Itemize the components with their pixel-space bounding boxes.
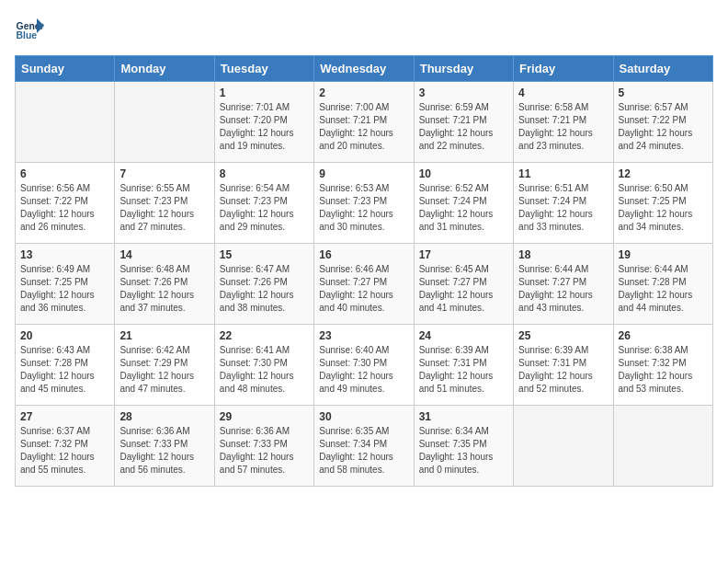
day-detail: Sunrise: 6:59 AM Sunset: 7:21 PM Dayligh… <box>419 101 508 153</box>
day-detail: Sunrise: 6:40 AM Sunset: 7:30 PM Dayligh… <box>319 344 408 396</box>
header-day-monday: Monday <box>115 56 214 82</box>
day-number: 26 <box>619 329 708 342</box>
calendar-cell: 2Sunrise: 7:00 AM Sunset: 7:21 PM Daylig… <box>314 82 414 163</box>
day-number: 28 <box>119 410 209 423</box>
day-detail: Sunrise: 6:39 AM Sunset: 7:31 PM Dayligh… <box>419 344 508 396</box>
day-detail: Sunrise: 6:57 AM Sunset: 7:22 PM Dayligh… <box>619 101 708 153</box>
day-detail: Sunrise: 6:53 AM Sunset: 7:23 PM Dayligh… <box>319 182 408 234</box>
calendar-cell: 11Sunrise: 6:51 AM Sunset: 7:24 PM Dayli… <box>514 163 613 244</box>
calendar-cell: 21Sunrise: 6:42 AM Sunset: 7:29 PM Dayli… <box>115 325 214 406</box>
day-number: 5 <box>619 86 708 99</box>
calendar-cell: 9Sunrise: 6:53 AM Sunset: 7:23 PM Daylig… <box>314 163 414 244</box>
day-number: 25 <box>518 329 608 342</box>
day-number: 7 <box>119 167 209 180</box>
day-number: 1 <box>220 86 309 99</box>
calendar-cell: 22Sunrise: 6:41 AM Sunset: 7:30 PM Dayli… <box>214 325 313 406</box>
day-number: 2 <box>319 86 408 99</box>
day-number: 20 <box>20 329 109 342</box>
day-detail: Sunrise: 6:36 AM Sunset: 7:33 PM Dayligh… <box>119 425 209 477</box>
calendar-cell: 27Sunrise: 6:37 AM Sunset: 7:32 PM Dayli… <box>16 406 115 487</box>
day-detail: Sunrise: 6:47 AM Sunset: 7:26 PM Dayligh… <box>220 263 309 315</box>
calendar-cell: 6Sunrise: 6:56 AM Sunset: 7:22 PM Daylig… <box>16 163 115 244</box>
day-number: 21 <box>119 329 209 342</box>
day-detail: Sunrise: 6:52 AM Sunset: 7:24 PM Dayligh… <box>419 182 508 234</box>
calendar-week-row: 6Sunrise: 6:56 AM Sunset: 7:22 PM Daylig… <box>16 163 713 244</box>
calendar-cell <box>16 82 115 163</box>
day-number: 29 <box>220 410 309 423</box>
calendar-cell: 5Sunrise: 6:57 AM Sunset: 7:22 PM Daylig… <box>613 82 712 163</box>
calendar-header-row: SundayMondayTuesdayWednesdayThursdayFrid… <box>16 56 713 82</box>
calendar-cell: 3Sunrise: 6:59 AM Sunset: 7:21 PM Daylig… <box>414 82 513 163</box>
calendar-cell: 23Sunrise: 6:40 AM Sunset: 7:30 PM Dayli… <box>314 325 414 406</box>
day-number: 8 <box>220 167 309 180</box>
day-detail: Sunrise: 7:01 AM Sunset: 7:20 PM Dayligh… <box>220 101 309 153</box>
day-number: 9 <box>319 167 408 180</box>
header-day-saturday: Saturday <box>613 56 712 82</box>
calendar-cell <box>115 82 214 163</box>
calendar-week-row: 13Sunrise: 6:49 AM Sunset: 7:25 PM Dayli… <box>16 244 713 325</box>
header-day-thursday: Thursday <box>414 56 513 82</box>
calendar-cell: 14Sunrise: 6:48 AM Sunset: 7:26 PM Dayli… <box>115 244 214 325</box>
day-number: 31 <box>419 410 508 423</box>
day-number: 13 <box>20 248 109 261</box>
day-detail: Sunrise: 6:51 AM Sunset: 7:24 PM Dayligh… <box>518 182 608 234</box>
day-detail: Sunrise: 6:34 AM Sunset: 7:35 PM Dayligh… <box>419 425 508 477</box>
day-number: 18 <box>518 248 608 261</box>
calendar-cell: 7Sunrise: 6:55 AM Sunset: 7:23 PM Daylig… <box>115 163 214 244</box>
header-day-sunday: Sunday <box>16 56 115 82</box>
day-number: 6 <box>20 167 109 180</box>
day-detail: Sunrise: 7:00 AM Sunset: 7:21 PM Dayligh… <box>319 101 408 153</box>
day-detail: Sunrise: 6:43 AM Sunset: 7:28 PM Dayligh… <box>20 344 109 396</box>
day-detail: Sunrise: 6:39 AM Sunset: 7:31 PM Dayligh… <box>518 344 608 396</box>
calendar-cell: 18Sunrise: 6:44 AM Sunset: 7:27 PM Dayli… <box>514 244 613 325</box>
logo: General Blue <box>15 15 44 44</box>
day-detail: Sunrise: 6:56 AM Sunset: 7:22 PM Dayligh… <box>20 182 109 234</box>
day-number: 11 <box>518 167 608 180</box>
day-number: 30 <box>319 410 408 423</box>
calendar-week-row: 20Sunrise: 6:43 AM Sunset: 7:28 PM Dayli… <box>16 325 713 406</box>
calendar-cell: 29Sunrise: 6:36 AM Sunset: 7:33 PM Dayli… <box>214 406 313 487</box>
svg-text:Blue: Blue <box>17 30 38 40</box>
day-number: 17 <box>419 248 508 261</box>
day-number: 24 <box>419 329 508 342</box>
day-detail: Sunrise: 6:48 AM Sunset: 7:26 PM Dayligh… <box>119 263 209 315</box>
header: General Blue <box>15 15 713 44</box>
day-detail: Sunrise: 6:54 AM Sunset: 7:23 PM Dayligh… <box>220 182 309 234</box>
calendar-cell: 1Sunrise: 7:01 AM Sunset: 7:20 PM Daylig… <box>214 82 313 163</box>
day-number: 23 <box>319 329 408 342</box>
calendar-cell: 12Sunrise: 6:50 AM Sunset: 7:25 PM Dayli… <box>613 163 712 244</box>
calendar-cell: 16Sunrise: 6:46 AM Sunset: 7:27 PM Dayli… <box>314 244 414 325</box>
calendar-cell: 25Sunrise: 6:39 AM Sunset: 7:31 PM Dayli… <box>514 325 613 406</box>
day-detail: Sunrise: 6:35 AM Sunset: 7:34 PM Dayligh… <box>319 425 408 477</box>
day-number: 22 <box>220 329 309 342</box>
calendar-cell: 17Sunrise: 6:45 AM Sunset: 7:27 PM Dayli… <box>414 244 513 325</box>
day-detail: Sunrise: 6:41 AM Sunset: 7:30 PM Dayligh… <box>220 344 309 396</box>
day-number: 14 <box>119 248 209 261</box>
day-detail: Sunrise: 6:38 AM Sunset: 7:32 PM Dayligh… <box>619 344 708 396</box>
day-number: 4 <box>518 86 608 99</box>
day-detail: Sunrise: 6:50 AM Sunset: 7:25 PM Dayligh… <box>619 182 708 234</box>
calendar-cell: 15Sunrise: 6:47 AM Sunset: 7:26 PM Dayli… <box>214 244 313 325</box>
calendar-cell <box>514 406 613 487</box>
calendar-cell: 30Sunrise: 6:35 AM Sunset: 7:34 PM Dayli… <box>314 406 414 487</box>
day-detail: Sunrise: 6:44 AM Sunset: 7:28 PM Dayligh… <box>619 263 708 315</box>
day-number: 12 <box>619 167 708 180</box>
day-number: 10 <box>419 167 508 180</box>
day-number: 15 <box>220 248 309 261</box>
day-detail: Sunrise: 6:42 AM Sunset: 7:29 PM Dayligh… <box>119 344 209 396</box>
calendar-cell: 10Sunrise: 6:52 AM Sunset: 7:24 PM Dayli… <box>414 163 513 244</box>
calendar-cell: 20Sunrise: 6:43 AM Sunset: 7:28 PM Dayli… <box>16 325 115 406</box>
day-number: 27 <box>20 410 109 423</box>
day-detail: Sunrise: 6:55 AM Sunset: 7:23 PM Dayligh… <box>119 182 209 234</box>
calendar-week-row: 1Sunrise: 7:01 AM Sunset: 7:20 PM Daylig… <box>16 82 713 163</box>
header-day-friday: Friday <box>514 56 613 82</box>
day-detail: Sunrise: 6:58 AM Sunset: 7:21 PM Dayligh… <box>518 101 608 153</box>
logo-icon: General Blue <box>15 15 44 44</box>
day-detail: Sunrise: 6:44 AM Sunset: 7:27 PM Dayligh… <box>518 263 608 315</box>
calendar-cell: 19Sunrise: 6:44 AM Sunset: 7:28 PM Dayli… <box>613 244 712 325</box>
calendar-table: SundayMondayTuesdayWednesdayThursdayFrid… <box>15 55 713 487</box>
header-day-tuesday: Tuesday <box>214 56 313 82</box>
header-day-wednesday: Wednesday <box>314 56 414 82</box>
day-detail: Sunrise: 6:49 AM Sunset: 7:25 PM Dayligh… <box>20 263 109 315</box>
day-detail: Sunrise: 6:37 AM Sunset: 7:32 PM Dayligh… <box>20 425 109 477</box>
